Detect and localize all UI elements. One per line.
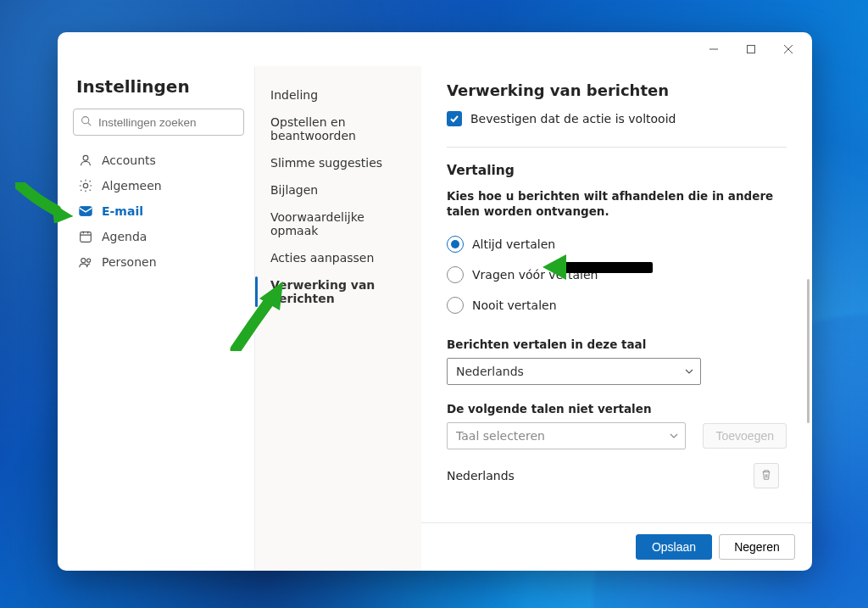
minimize-button[interactable] bbox=[695, 36, 732, 62]
translate-language-select[interactable]: Nederlands bbox=[447, 358, 701, 385]
titlebar bbox=[58, 32, 812, 66]
checkbox-checked[interactable] bbox=[447, 111, 462, 126]
page-title: Verwerking van berichten bbox=[447, 81, 787, 99]
gear-icon bbox=[78, 178, 93, 193]
settings-search[interactable] bbox=[73, 109, 244, 136]
add-language-button[interactable]: Toevoegen bbox=[703, 423, 787, 449]
settings-window: Instellingen Accounts bbox=[58, 32, 812, 571]
radio-label: Vragen vóór vertalen bbox=[472, 268, 598, 282]
translate-into-label: Berichten vertalen in deze taal bbox=[447, 337, 787, 351]
svg-rect-0 bbox=[709, 49, 718, 50]
radio-label: Nooit vertalen bbox=[472, 298, 557, 312]
radio-button[interactable] bbox=[447, 266, 464, 283]
sidebar-item-general[interactable]: Algemeen bbox=[73, 173, 244, 198]
radio-label: Altijd vertalen bbox=[472, 237, 555, 251]
content-footer: Opslaan Negeren bbox=[421, 522, 812, 571]
svg-rect-1 bbox=[748, 46, 755, 53]
radio-button[interactable] bbox=[447, 236, 464, 253]
sidebar-item-accounts[interactable]: Accounts bbox=[73, 148, 244, 173]
subsection-voorwaardelijk[interactable]: Voorwaardelijke opmaak bbox=[255, 204, 421, 244]
subsection-slimme[interactable]: Slimme suggesties bbox=[255, 149, 421, 176]
trash-icon bbox=[760, 469, 772, 483]
sidebar-item-calendar[interactable]: Agenda bbox=[73, 224, 244, 249]
svg-rect-5 bbox=[80, 207, 92, 216]
sidebar-item-label: Algemeen bbox=[102, 179, 162, 192]
settings-title: Instellingen bbox=[76, 76, 244, 97]
svg-point-8 bbox=[87, 259, 91, 262]
radio-ask-before[interactable]: Vragen vóór vertalen bbox=[447, 266, 787, 283]
sidebar-item-label: Accounts bbox=[102, 153, 156, 167]
svg-point-2 bbox=[82, 117, 89, 124]
svg-point-7 bbox=[81, 259, 86, 263]
sidebar-item-label: E-mail bbox=[102, 204, 143, 218]
svg-point-3 bbox=[83, 155, 88, 160]
subsection-verwerking[interactable]: Verwerking van berichten bbox=[255, 271, 421, 312]
checkbox-label: Bevestigen dat de actie is voltooid bbox=[470, 112, 676, 126]
subsection-list: Indeling Opstellen en beantwoorden Slimm… bbox=[254, 66, 421, 571]
exclude-languages-label: De volgende talen niet vertalen bbox=[447, 402, 787, 416]
people-icon bbox=[78, 254, 93, 270]
subsection-opstellen[interactable]: Opstellen en beantwoorden bbox=[255, 109, 421, 149]
content-pane: Verwerking van berichten Bevestigen dat … bbox=[421, 66, 812, 571]
delete-language-button[interactable] bbox=[754, 463, 779, 488]
subsection-bijlagen[interactable]: Bijlagen bbox=[255, 176, 421, 204]
sidebar-item-email[interactable]: E-mail bbox=[73, 198, 244, 224]
section-desc-translation: Kies hoe u berichten wilt afhandelen die… bbox=[447, 188, 787, 219]
svg-point-4 bbox=[83, 183, 87, 187]
subsection-indeling[interactable]: Indeling bbox=[255, 81, 421, 109]
sidebar: Instellingen Accounts bbox=[58, 66, 254, 571]
save-button[interactable]: Opslaan bbox=[636, 534, 712, 560]
svg-rect-6 bbox=[81, 232, 92, 243]
radio-button[interactable] bbox=[447, 297, 464, 314]
sidebar-item-people[interactable]: Personen bbox=[73, 249, 244, 275]
radio-always-translate[interactable]: Altijd vertalen bbox=[447, 236, 787, 253]
section-title-translation: Vertaling bbox=[447, 163, 787, 178]
search-icon bbox=[81, 115, 97, 129]
mail-icon bbox=[78, 204, 93, 219]
cancel-button[interactable]: Negeren bbox=[719, 534, 795, 560]
sidebar-item-label: Personen bbox=[102, 255, 157, 269]
close-button[interactable] bbox=[770, 36, 807, 62]
radio-never[interactable]: Nooit vertalen bbox=[447, 297, 787, 314]
scrollbar-thumb[interactable] bbox=[807, 279, 810, 423]
chevron-down-icon bbox=[670, 429, 678, 443]
accounts-icon bbox=[78, 153, 93, 168]
sidebar-item-label: Agenda bbox=[102, 230, 147, 243]
chevron-down-icon bbox=[685, 365, 693, 378]
subsection-acties[interactable]: Acties aanpassen bbox=[255, 244, 421, 271]
calendar-icon bbox=[78, 229, 93, 244]
search-input[interactable] bbox=[97, 115, 243, 130]
maximize-button[interactable] bbox=[732, 36, 770, 62]
excluded-language-label: Nederlands bbox=[447, 469, 515, 482]
confirm-checkbox-row[interactable]: Bevestigen dat de actie is voltooid bbox=[447, 111, 787, 126]
exclude-language-select[interactable]: Taal selecteren bbox=[447, 422, 686, 449]
